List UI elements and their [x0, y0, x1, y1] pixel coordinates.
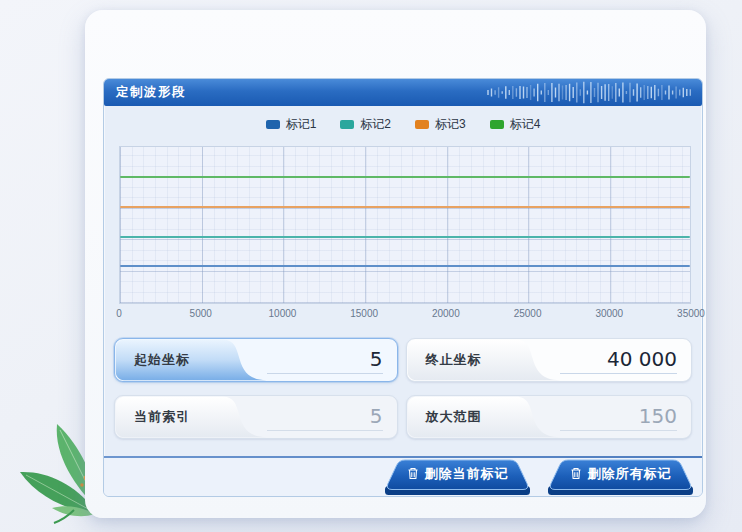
field-range-label: 放大范围 [426, 396, 482, 438]
field-range-value: 150 [560, 404, 677, 431]
fields-grid: 起始坐标 5 终止坐标 40 000 当前索引 [114, 338, 692, 439]
waveform-panel: 定制波形段 标记1标记2标记3标记4 050001000015000200002… [103, 78, 703, 497]
marker-line-标记4 [120, 176, 690, 178]
delete-current-marker-label: 删除当前标记 [425, 465, 509, 483]
field-end-value[interactable]: 40 000 [560, 347, 677, 374]
marker-line-标记3 [120, 206, 690, 208]
legend-swatch [266, 120, 280, 129]
chart-x-axis: 05000100001500020000250003000035000 [119, 308, 691, 322]
legend-item[interactable]: 标记3 [415, 116, 466, 133]
field-current-index: 当前索引 5 [114, 395, 398, 439]
field-index-label: 当前索引 [134, 396, 190, 438]
delete-all-markers-button[interactable]: 删除所有标记 [543, 459, 698, 496]
legend-item[interactable]: 标记2 [340, 116, 391, 133]
legend-label: 标记2 [360, 116, 391, 133]
field-start-value[interactable]: 5 [267, 347, 382, 374]
x-tick-label: 0 [116, 308, 122, 319]
x-tick-label: 10000 [269, 308, 297, 319]
footer-bar: 删除当前标记 删除所有标记 [104, 458, 702, 496]
field-start-label: 起始坐标 [134, 339, 190, 381]
marker-line-标记2 [120, 236, 690, 238]
legend-item[interactable]: 标记4 [490, 116, 541, 133]
x-tick-label: 20000 [432, 308, 460, 319]
x-tick-label: 30000 [595, 308, 623, 319]
legend-item[interactable]: 标记1 [266, 116, 317, 133]
x-tick-label: 15000 [350, 308, 378, 319]
trash-icon [570, 467, 582, 480]
x-tick-label: 5000 [190, 308, 212, 319]
legend-label: 标记3 [435, 116, 466, 133]
legend-swatch [340, 120, 354, 129]
field-index-value: 5 [267, 404, 382, 431]
marker-line-标记1 [120, 265, 690, 267]
delete-current-marker-button[interactable]: 删除当前标记 [380, 459, 535, 496]
chart-legend: 标记1标记2标记3标记4 [104, 116, 702, 133]
trash-icon [407, 467, 419, 480]
legend-swatch [415, 120, 429, 129]
legend-label: 标记1 [286, 116, 317, 133]
x-tick-label: 25000 [514, 308, 542, 319]
legend-swatch [490, 120, 504, 129]
panel-header: 定制波形段 [104, 79, 702, 106]
main-card: 定制波形段 标记1标记2标记3标记4 050001000015000200002… [85, 10, 706, 518]
legend-label: 标记4 [510, 116, 541, 133]
field-start-coordinate: 起始坐标 5 [114, 338, 398, 382]
field-end-label: 终止坐标 [426, 339, 482, 381]
field-zoom-range: 放大范围 150 [406, 395, 692, 439]
delete-all-markers-label: 删除所有标记 [588, 465, 672, 483]
panel-title: 定制波形段 [116, 84, 186, 101]
chart-plot-area[interactable] [119, 146, 691, 304]
field-end-coordinate: 终止坐标 40 000 [406, 338, 692, 382]
waveform-icon [484, 79, 696, 106]
x-tick-label: 35000 [677, 308, 705, 319]
